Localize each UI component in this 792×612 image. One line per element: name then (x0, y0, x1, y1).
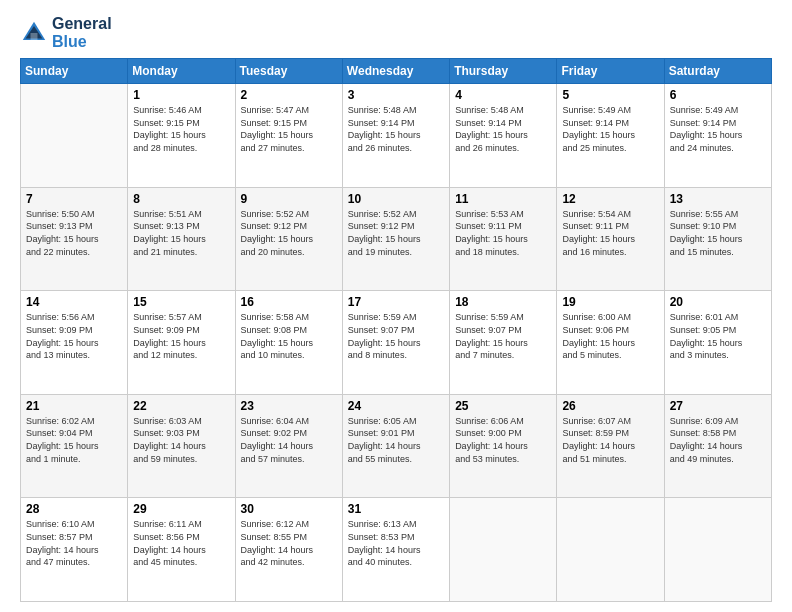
day-number: 17 (348, 295, 444, 309)
calendar-cell: 15Sunrise: 5:57 AMSunset: 9:09 PMDayligh… (128, 291, 235, 395)
calendar-week-row: 14Sunrise: 5:56 AMSunset: 9:09 PMDayligh… (21, 291, 772, 395)
logo: General Blue (20, 15, 112, 50)
calendar-cell: 4Sunrise: 5:48 AMSunset: 9:14 PMDaylight… (450, 84, 557, 188)
day-info: Sunrise: 6:04 AMSunset: 9:02 PMDaylight:… (241, 415, 337, 465)
weekday-header-saturday: Saturday (664, 59, 771, 84)
day-info: Sunrise: 5:51 AMSunset: 9:13 PMDaylight:… (133, 208, 229, 258)
calendar-cell: 19Sunrise: 6:00 AMSunset: 9:06 PMDayligh… (557, 291, 664, 395)
day-info: Sunrise: 5:48 AMSunset: 9:14 PMDaylight:… (348, 104, 444, 154)
day-number: 25 (455, 399, 551, 413)
day-number: 16 (241, 295, 337, 309)
day-info: Sunrise: 5:46 AMSunset: 9:15 PMDaylight:… (133, 104, 229, 154)
day-info: Sunrise: 5:47 AMSunset: 9:15 PMDaylight:… (241, 104, 337, 154)
page: General Blue SundayMondayTuesdayWednesda… (0, 0, 792, 612)
day-info: Sunrise: 5:58 AMSunset: 9:08 PMDaylight:… (241, 311, 337, 361)
day-number: 6 (670, 88, 766, 102)
calendar-cell: 16Sunrise: 5:58 AMSunset: 9:08 PMDayligh… (235, 291, 342, 395)
day-number: 13 (670, 192, 766, 206)
calendar-week-row: 28Sunrise: 6:10 AMSunset: 8:57 PMDayligh… (21, 498, 772, 602)
day-info: Sunrise: 6:10 AMSunset: 8:57 PMDaylight:… (26, 518, 122, 568)
calendar-cell: 30Sunrise: 6:12 AMSunset: 8:55 PMDayligh… (235, 498, 342, 602)
weekday-header-thursday: Thursday (450, 59, 557, 84)
day-info: Sunrise: 6:13 AMSunset: 8:53 PMDaylight:… (348, 518, 444, 568)
svg-rect-2 (31, 33, 38, 40)
calendar-cell: 14Sunrise: 5:56 AMSunset: 9:09 PMDayligh… (21, 291, 128, 395)
weekday-header-wednesday: Wednesday (342, 59, 449, 84)
calendar-cell (664, 498, 771, 602)
calendar-cell (557, 498, 664, 602)
day-number: 23 (241, 399, 337, 413)
calendar-cell: 25Sunrise: 6:06 AMSunset: 9:00 PMDayligh… (450, 394, 557, 498)
day-number: 2 (241, 88, 337, 102)
day-number: 31 (348, 502, 444, 516)
day-info: Sunrise: 6:11 AMSunset: 8:56 PMDaylight:… (133, 518, 229, 568)
day-number: 29 (133, 502, 229, 516)
day-info: Sunrise: 6:05 AMSunset: 9:01 PMDaylight:… (348, 415, 444, 465)
calendar-cell: 7Sunrise: 5:50 AMSunset: 9:13 PMDaylight… (21, 187, 128, 291)
calendar-table: SundayMondayTuesdayWednesdayThursdayFrid… (20, 58, 772, 602)
day-info: Sunrise: 6:06 AMSunset: 9:00 PMDaylight:… (455, 415, 551, 465)
day-number: 1 (133, 88, 229, 102)
calendar-cell: 10Sunrise: 5:52 AMSunset: 9:12 PMDayligh… (342, 187, 449, 291)
day-info: Sunrise: 5:48 AMSunset: 9:14 PMDaylight:… (455, 104, 551, 154)
calendar-week-row: 7Sunrise: 5:50 AMSunset: 9:13 PMDaylight… (21, 187, 772, 291)
day-number: 24 (348, 399, 444, 413)
day-number: 18 (455, 295, 551, 309)
weekday-header-tuesday: Tuesday (235, 59, 342, 84)
calendar-cell: 12Sunrise: 5:54 AMSunset: 9:11 PMDayligh… (557, 187, 664, 291)
calendar-cell: 9Sunrise: 5:52 AMSunset: 9:12 PMDaylight… (235, 187, 342, 291)
day-number: 8 (133, 192, 229, 206)
calendar-cell (21, 84, 128, 188)
day-number: 21 (26, 399, 122, 413)
day-number: 15 (133, 295, 229, 309)
day-info: Sunrise: 5:49 AMSunset: 9:14 PMDaylight:… (670, 104, 766, 154)
header: General Blue (20, 15, 772, 50)
day-info: Sunrise: 5:53 AMSunset: 9:11 PMDaylight:… (455, 208, 551, 258)
day-info: Sunrise: 6:02 AMSunset: 9:04 PMDaylight:… (26, 415, 122, 465)
calendar-cell: 23Sunrise: 6:04 AMSunset: 9:02 PMDayligh… (235, 394, 342, 498)
day-info: Sunrise: 5:49 AMSunset: 9:14 PMDaylight:… (562, 104, 658, 154)
calendar-cell: 22Sunrise: 6:03 AMSunset: 9:03 PMDayligh… (128, 394, 235, 498)
day-info: Sunrise: 5:59 AMSunset: 9:07 PMDaylight:… (348, 311, 444, 361)
day-number: 9 (241, 192, 337, 206)
calendar-cell: 1Sunrise: 5:46 AMSunset: 9:15 PMDaylight… (128, 84, 235, 188)
calendar-cell: 20Sunrise: 6:01 AMSunset: 9:05 PMDayligh… (664, 291, 771, 395)
calendar-cell: 13Sunrise: 5:55 AMSunset: 9:10 PMDayligh… (664, 187, 771, 291)
day-info: Sunrise: 5:52 AMSunset: 9:12 PMDaylight:… (241, 208, 337, 258)
day-number: 5 (562, 88, 658, 102)
day-info: Sunrise: 6:07 AMSunset: 8:59 PMDaylight:… (562, 415, 658, 465)
logo-icon (20, 19, 48, 47)
calendar-header-row: SundayMondayTuesdayWednesdayThursdayFrid… (21, 59, 772, 84)
day-info: Sunrise: 6:12 AMSunset: 8:55 PMDaylight:… (241, 518, 337, 568)
calendar-cell: 2Sunrise: 5:47 AMSunset: 9:15 PMDaylight… (235, 84, 342, 188)
calendar-cell: 11Sunrise: 5:53 AMSunset: 9:11 PMDayligh… (450, 187, 557, 291)
day-number: 28 (26, 502, 122, 516)
day-info: Sunrise: 6:09 AMSunset: 8:58 PMDaylight:… (670, 415, 766, 465)
day-number: 20 (670, 295, 766, 309)
calendar-cell: 27Sunrise: 6:09 AMSunset: 8:58 PMDayligh… (664, 394, 771, 498)
day-number: 27 (670, 399, 766, 413)
calendar-cell: 17Sunrise: 5:59 AMSunset: 9:07 PMDayligh… (342, 291, 449, 395)
day-number: 19 (562, 295, 658, 309)
calendar-cell: 31Sunrise: 6:13 AMSunset: 8:53 PMDayligh… (342, 498, 449, 602)
day-info: Sunrise: 5:56 AMSunset: 9:09 PMDaylight:… (26, 311, 122, 361)
calendar-cell: 3Sunrise: 5:48 AMSunset: 9:14 PMDaylight… (342, 84, 449, 188)
calendar-cell (450, 498, 557, 602)
day-number: 30 (241, 502, 337, 516)
day-info: Sunrise: 6:01 AMSunset: 9:05 PMDaylight:… (670, 311, 766, 361)
calendar-cell: 21Sunrise: 6:02 AMSunset: 9:04 PMDayligh… (21, 394, 128, 498)
day-info: Sunrise: 6:03 AMSunset: 9:03 PMDaylight:… (133, 415, 229, 465)
calendar-cell: 26Sunrise: 6:07 AMSunset: 8:59 PMDayligh… (557, 394, 664, 498)
day-info: Sunrise: 5:55 AMSunset: 9:10 PMDaylight:… (670, 208, 766, 258)
day-info: Sunrise: 6:00 AMSunset: 9:06 PMDaylight:… (562, 311, 658, 361)
day-info: Sunrise: 5:59 AMSunset: 9:07 PMDaylight:… (455, 311, 551, 361)
day-number: 3 (348, 88, 444, 102)
day-number: 22 (133, 399, 229, 413)
day-number: 11 (455, 192, 551, 206)
day-info: Sunrise: 5:54 AMSunset: 9:11 PMDaylight:… (562, 208, 658, 258)
day-number: 7 (26, 192, 122, 206)
calendar-cell: 28Sunrise: 6:10 AMSunset: 8:57 PMDayligh… (21, 498, 128, 602)
calendar-cell: 24Sunrise: 6:05 AMSunset: 9:01 PMDayligh… (342, 394, 449, 498)
day-number: 12 (562, 192, 658, 206)
calendar-week-row: 21Sunrise: 6:02 AMSunset: 9:04 PMDayligh… (21, 394, 772, 498)
